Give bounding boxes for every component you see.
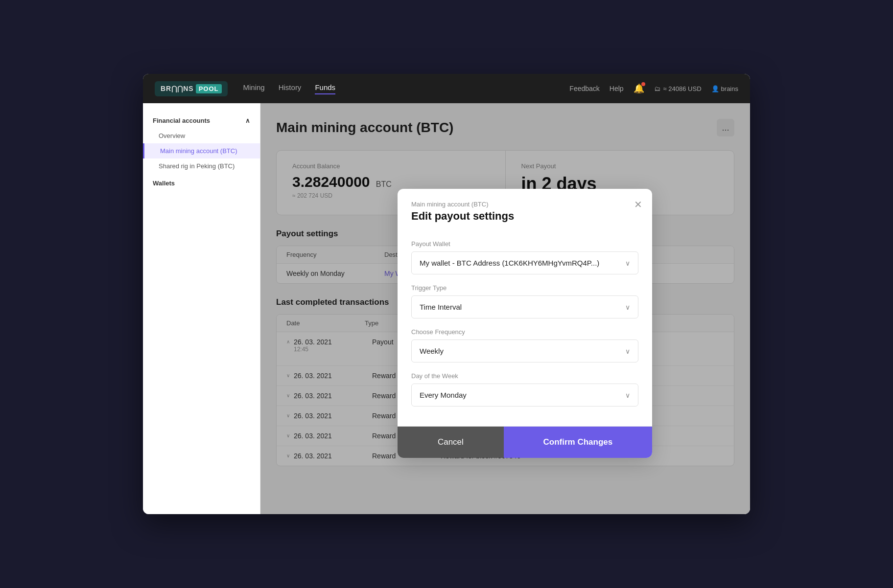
nav-wallet-balance: 🗂 ≈ 24086 USD	[654, 85, 702, 92]
trigger-type-value: Time Interval	[420, 303, 462, 311]
sidebar-item-shared-rig[interactable]: Shared rig in Peking (BTC)	[143, 158, 260, 174]
modal-footer: Cancel Confirm Changes	[398, 426, 652, 458]
nav-user[interactable]: 👤 brains	[711, 85, 738, 92]
trigger-type-label: Trigger Type	[411, 284, 638, 292]
nav-history[interactable]: History	[279, 83, 302, 94]
modal-close-button[interactable]: ✕	[634, 199, 642, 210]
payout-wallet-select[interactable]: My wallet - BTC Address (1CK6KHY6MHgYvmR…	[411, 251, 638, 274]
logo-pool-text: POOL	[196, 84, 222, 93]
collapse-icon: ∧	[245, 117, 250, 124]
main-layout: Financial accounts ∧ Overview Main minin…	[143, 103, 750, 514]
top-nav: BR⋂⋂NS POOL Mining History Funds Feedbac…	[143, 74, 750, 103]
logo: BR⋂⋂NS POOL	[155, 81, 228, 96]
user-icon: 👤	[711, 85, 719, 92]
sidebar-item-overview[interactable]: Overview	[143, 128, 260, 143]
chevron-down-icon: ∨	[625, 391, 630, 399]
sidebar-item-main-mining[interactable]: Main mining account (BTC)	[143, 143, 260, 158]
chevron-down-icon: ∨	[625, 303, 630, 311]
logo-brains-text: BR⋂⋂NS	[161, 85, 194, 92]
confirm-changes-button[interactable]: Confirm Changes	[504, 427, 652, 458]
modal-header: Main mining account (BTC) Edit payout se…	[398, 189, 652, 230]
day-label: Day of the Week	[411, 372, 638, 380]
edit-payout-modal: Main mining account (BTC) Edit payout se…	[398, 189, 652, 458]
sidebar-wallets-section[interactable]: Wallets	[143, 174, 260, 191]
frequency-select[interactable]: Weekly ∨	[411, 339, 638, 362]
nav-funds[interactable]: Funds	[315, 83, 335, 94]
nav-feedback-link[interactable]: Feedback	[569, 85, 599, 92]
modal-body: Payout Wallet My wallet - BTC Address (1…	[398, 230, 652, 426]
nav-links: Mining History Funds	[243, 83, 554, 94]
financial-accounts-section[interactable]: Financial accounts ∧	[143, 113, 260, 128]
sidebar: Financial accounts ∧ Overview Main minin…	[143, 103, 260, 514]
day-select[interactable]: Every Monday ∨	[411, 384, 638, 407]
nav-mining[interactable]: Mining	[243, 83, 265, 94]
frequency-value: Weekly	[420, 347, 444, 355]
cancel-button[interactable]: Cancel	[398, 427, 504, 458]
payout-wallet-value: My wallet - BTC Address (1CK6KHY6MHgYvmR…	[420, 259, 599, 267]
modal-subtitle: Main mining account (BTC)	[411, 201, 638, 208]
payout-wallet-label: Payout Wallet	[411, 240, 638, 248]
day-value: Every Monday	[420, 391, 467, 399]
nav-help-link[interactable]: Help	[610, 85, 624, 92]
wallet-icon: 🗂	[654, 85, 660, 92]
chevron-down-icon: ∨	[625, 259, 630, 267]
modal-title: Edit payout settings	[411, 210, 638, 223]
nav-bell-icon[interactable]: 🔔	[634, 83, 644, 94]
notification-dot	[641, 82, 645, 86]
chevron-down-icon: ∨	[625, 347, 630, 355]
nav-right: Feedback Help 🔔 🗂 ≈ 24086 USD 👤 brains	[569, 83, 738, 94]
trigger-type-select[interactable]: Time Interval ∨	[411, 295, 638, 318]
content-area: Main mining account (BTC) ... Account Ba…	[260, 103, 750, 514]
modal-overlay: Main mining account (BTC) Edit payout se…	[260, 103, 750, 514]
frequency-label: Choose Frequency	[411, 328, 638, 336]
